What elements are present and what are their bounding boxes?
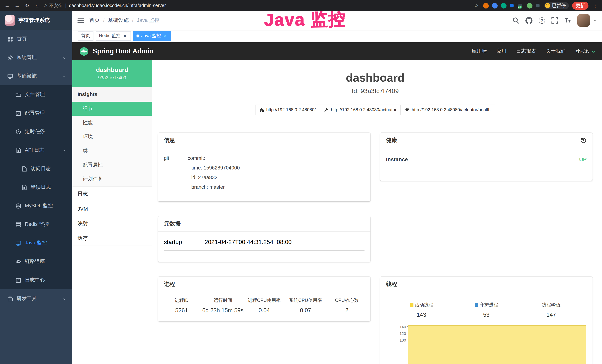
sba-item-config-props[interactable]: 配置属性: [72, 158, 152, 172]
close-icon[interactable]: ×: [122, 33, 128, 38]
help-icon[interactable]: ?: [539, 17, 545, 23]
sidebar-item-scheduled-jobs[interactable]: 定时任务: [0, 122, 72, 141]
extension-icon-blue-drop[interactable]: [492, 3, 497, 8]
warning-icon: ⚠: [44, 3, 48, 8]
extension-icon-grid[interactable]: [510, 4, 513, 7]
app-logo-row[interactable]: 芋道管理系统: [0, 11, 72, 30]
stat-value: 0.04: [244, 307, 285, 314]
stat-pid: 进程ID 5261: [161, 298, 202, 314]
endpoint-health-link[interactable]: http://192.168.0.2:48080/actuator/health: [400, 105, 495, 115]
breadcrumb-home[interactable]: 首页: [89, 17, 100, 24]
sidebar-item-access-log[interactable]: 访问日志: [0, 160, 72, 178]
chrome-update-button[interactable]: 更新: [572, 2, 589, 10]
threads-card-header: 线程: [380, 277, 592, 292]
breadcrumb-infrastructure[interactable]: 基础设施: [108, 17, 129, 24]
profile-chip[interactable]: 已暂停: [544, 2, 569, 9]
sba-item-jvm[interactable]: JVM: [72, 201, 152, 216]
access-log-icon: [22, 166, 27, 171]
sidebar-item-home[interactable]: 首页: [0, 30, 72, 48]
sba-nav-wallboard[interactable]: 应用墙: [472, 48, 487, 54]
card-title: 信息: [164, 137, 175, 144]
sidebar-item-mysql-monitor[interactable]: MySQL 监控: [0, 197, 72, 215]
sidebar-item-label: 研发工具: [17, 295, 37, 302]
security-warning[interactable]: ⚠不安全: [44, 2, 63, 9]
sidebar-item-infrastructure[interactable]: 基础设施: [0, 67, 72, 85]
history-icon[interactable]: [580, 137, 587, 143]
sidebar-item-error-log[interactable]: 错误日志: [0, 178, 72, 197]
tab-home[interactable]: 首页: [78, 31, 93, 41]
sidebar-item-redis-monitor[interactable]: Redis 监控: [0, 215, 72, 234]
sba-item-scheduled-tasks[interactable]: 计划任务: [72, 172, 152, 186]
extension-icon-teal[interactable]: [501, 3, 506, 8]
endpoint-url: http://192.168.0.2:48080/actuator: [331, 107, 397, 112]
extension-icon-orange[interactable]: [483, 3, 489, 8]
font-size-icon[interactable]: [564, 17, 571, 24]
sba-instance-header[interactable]: dashboard 93a3fc7f7409: [72, 60, 152, 87]
sba-item-environment[interactable]: 环境: [72, 130, 152, 144]
sba-item-details[interactable]: 细节: [72, 102, 152, 116]
tab-redis-monitor[interactable]: Redis 监控 ×: [96, 31, 131, 41]
instance-title: dashboard: [158, 71, 592, 85]
sidebar-item-system-mgmt[interactable]: 系统管理: [0, 48, 72, 67]
sidebar-item-dev-tools[interactable]: 研发工具: [0, 289, 72, 308]
daemon-threads-swatch: [474, 303, 478, 307]
close-icon[interactable]: ×: [163, 33, 168, 38]
endpoint-root-link[interactable]: http://192.168.0.2:48080/: [255, 105, 320, 115]
sidebar-item-java-monitor[interactable]: Java 监控: [0, 234, 72, 252]
breadcrumb-separator: /: [103, 17, 105, 23]
stack-icon: [16, 222, 21, 227]
stat-cpu-cores: CPU核心数 2: [326, 298, 367, 314]
status-badge: UP: [579, 157, 587, 162]
sidebar-item-log-center[interactable]: 日志中心: [0, 271, 72, 289]
locale-selector[interactable]: zh-CN: [575, 48, 595, 54]
user-avatar[interactable]: [577, 14, 590, 27]
fullscreen-icon[interactable]: [551, 17, 558, 24]
tab-java-monitor[interactable]: Java 监控 ×: [133, 31, 171, 41]
browser-menu-icon[interactable]: ⋮: [592, 3, 599, 9]
card-title: 线程: [386, 281, 397, 288]
stat-label: 运行时间: [202, 298, 244, 304]
sidebar-item-label: 访问日志: [31, 165, 51, 172]
sba-item-metrics[interactable]: 性能: [72, 116, 152, 130]
app-title: 芋道管理系统: [19, 17, 50, 24]
tags-bar: 首页 Redis 监控 × Java 监控 ×: [72, 30, 602, 42]
browser-home-icon[interactable]: ⌂: [34, 3, 40, 9]
sba-item-mappings[interactable]: 映射: [72, 216, 152, 231]
live-threads-swatch: [409, 303, 413, 307]
extensions-puzzle-icon[interactable]: [536, 4, 539, 7]
bookmark-star-icon[interactable]: ☆: [473, 3, 480, 9]
hamburger-icon[interactable]: [72, 11, 89, 30]
tab-label: Redis 监控: [99, 33, 120, 39]
extension-icon-proxy[interactable]: on: [518, 4, 522, 7]
git-value: commit: time: 1596289704000 id: 27aa832 …: [188, 153, 365, 196]
browser-forward-icon[interactable]: →: [14, 3, 20, 9]
search-icon[interactable]: [512, 17, 519, 24]
card-title: 元数据: [164, 220, 181, 227]
browser-back-icon[interactable]: ←: [4, 3, 10, 9]
sba-nav-journal[interactable]: 日志报表: [516, 48, 536, 54]
sba-item-beans[interactable]: 类: [72, 144, 152, 158]
sba-item-caches[interactable]: 缓存: [72, 231, 152, 246]
browser-reload-icon[interactable]: ↻: [24, 3, 30, 9]
metadata-row: startup 2021-04-27T00:44:31.254+08:00: [164, 238, 365, 251]
sidebar-item-config-mgmt[interactable]: 配置管理: [0, 104, 72, 122]
health-heart-icon: [405, 107, 409, 112]
process-stats: 进程ID 5261 运行时间 6d 23h 15m 59s 进程CPU使用率 0…: [158, 292, 370, 321]
endpoint-links: http://192.168.0.2:48080/ http://192.168…: [158, 105, 592, 115]
sba-item-loggers[interactable]: 日志: [72, 187, 152, 201]
sidebar-item-api-log[interactable]: API 日志: [0, 141, 72, 160]
sidebar-item-trace[interactable]: 链路追踪: [0, 252, 72, 271]
sba-nav-about[interactable]: 关于我们: [546, 48, 566, 54]
gear-icon: [7, 55, 13, 60]
health-card-header: 健康: [380, 133, 592, 148]
github-icon[interactable]: [526, 17, 532, 24]
sync-paused-label: 已暂停: [552, 2, 566, 9]
extension-icon-leaf[interactable]: [527, 3, 532, 8]
sidebar-item-file-mgmt[interactable]: 文件管理: [0, 85, 72, 104]
sba-nav-applications[interactable]: 应用: [496, 48, 506, 54]
sba-brand[interactable]: Spring Boot Admin: [79, 46, 153, 56]
chart-y-axis: 140 120 100: [396, 323, 408, 364]
chevron-down-icon: [62, 55, 66, 60]
endpoint-actuator-link[interactable]: http://192.168.0.2:48080/actuator: [320, 105, 401, 115]
address-bar[interactable]: ⚠不安全 | dashboard.yudao.iocoder.cn/infra/…: [44, 2, 470, 9]
